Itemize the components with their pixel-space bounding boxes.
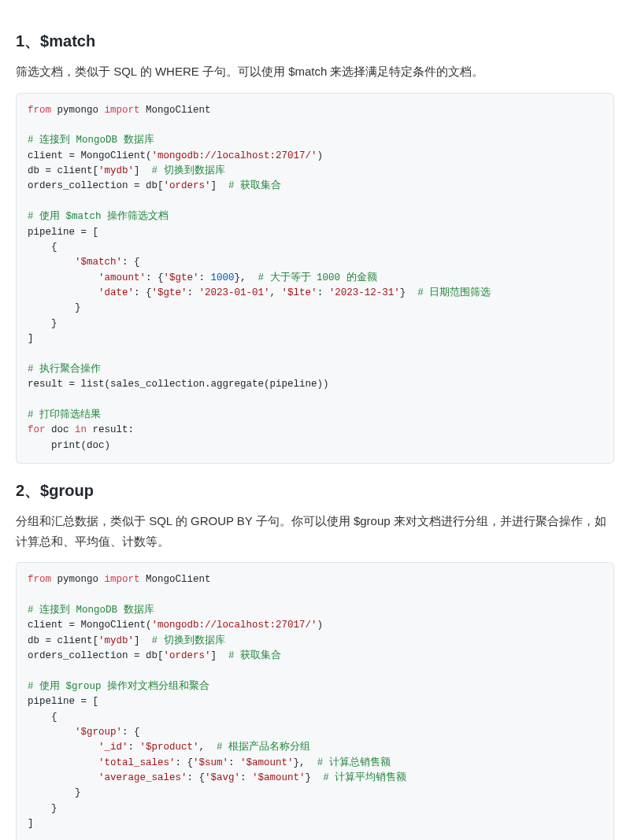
code-token: db = client[ [28, 635, 98, 646]
code-token: # 连接到 MongoDB 数据库 [28, 135, 154, 146]
code-token [28, 742, 98, 753]
code-token: print(doc) [28, 440, 110, 451]
code-token: '$avg' [205, 772, 240, 783]
code-token: : { [176, 757, 194, 768]
code-token: # 大于等于 1000 的金额 [258, 272, 377, 283]
code-token: 'mydb' [98, 165, 134, 176]
code-token: 'total_sales' [98, 757, 176, 768]
code-token: 'mongodb://localhost:27017/' [152, 150, 317, 161]
code-token: client = MongoClient( [28, 620, 152, 631]
code-token: '$group' [75, 727, 122, 738]
code-token: } [306, 772, 324, 783]
code-token: : { [134, 287, 152, 298]
code-token [28, 257, 75, 268]
code-token: 'orders' [164, 650, 211, 661]
code-token: } [28, 803, 57, 814]
code-token: ) [317, 150, 324, 161]
code-token: } [400, 287, 418, 298]
code-token: '$product' [140, 742, 199, 753]
code-token: , [270, 287, 282, 298]
code-token: db = client[ [28, 165, 98, 176]
code-token: : { [122, 727, 140, 738]
code-token: 1000 [211, 272, 235, 283]
code-token: '$gte' [164, 272, 199, 283]
code-token: doc [46, 424, 76, 435]
section-paragraph-1: 筛选文档，类似于 SQL 的 WHERE 子句。可以使用 $match 来选择满… [16, 61, 614, 82]
code-token: : { [146, 272, 164, 283]
code-token: ] [28, 818, 34, 829]
code-token: : [240, 772, 252, 783]
section-heading-2: 2、$group [16, 478, 614, 503]
code-token: from [28, 574, 51, 585]
code-token: '$amount' [240, 757, 294, 768]
code-token: 'amount' [98, 272, 146, 283]
code-token: } [28, 787, 81, 798]
code-token: orders_collection = db[ [28, 180, 164, 191]
code-token: in [75, 424, 87, 435]
code-token: 'mydb' [98, 635, 134, 646]
code-token: # 根据产品名称分组 [217, 742, 310, 753]
code-token: # 使用 $group 操作对文档分组和聚合 [28, 681, 209, 692]
code-token: '$lte' [282, 287, 317, 298]
code-token: # 获取集合 [228, 650, 281, 661]
code-token: '$sum' [193, 757, 228, 768]
code-token [28, 272, 98, 283]
code-token: : [128, 742, 140, 753]
code-token: # 计算平均销售额 [323, 772, 406, 783]
code-token: # 执行聚合操作 [28, 364, 101, 375]
code-token: : { [187, 772, 206, 783]
code-token: orders_collection = db[ [28, 650, 164, 661]
code-token: client = MongoClient( [28, 150, 152, 161]
code-token: : [199, 272, 211, 283]
code-token: # 切换到数据库 [152, 635, 225, 646]
code-token: ] [134, 635, 152, 646]
code-token: import [105, 105, 140, 116]
code-token: : { [122, 257, 140, 268]
code-token: # 获取集合 [228, 180, 281, 191]
code-token: 'mongodb://localhost:27017/' [152, 620, 317, 631]
code-token: }, [294, 757, 317, 768]
code-token: ] [134, 165, 152, 176]
code-token: import [105, 574, 140, 585]
code-token: result = list(sales_collection.aggregate… [28, 379, 329, 390]
section-paragraph-2: 分组和汇总数据，类似于 SQL 的 GROUP BY 子句。你可以使用 $gro… [16, 511, 614, 551]
code-token [28, 727, 75, 738]
code-token: for [28, 424, 46, 435]
code-block-2: from pymongo import MongoClient # 连接到 Mo… [16, 562, 614, 840]
code-token [28, 287, 98, 298]
code-token: # 计算总销售额 [317, 757, 391, 768]
code-token: # 切换到数据库 [152, 165, 225, 176]
code-token [28, 757, 98, 768]
code-token: 'average_sales' [98, 772, 187, 783]
code-token: pipeline = [ [28, 696, 98, 707]
code-token: pymongo [51, 105, 105, 116]
code-token: ] [28, 333, 34, 344]
code-token: MongoClient [140, 105, 211, 116]
code-token: '$match' [75, 257, 122, 268]
code-block-1: from pymongo import MongoClient # 连接到 Mo… [16, 93, 614, 464]
section-heading-1: 1、$match [16, 28, 614, 54]
code-token [28, 772, 98, 783]
code-token: ] [211, 180, 229, 191]
code-token: # 连接到 MongoDB 数据库 [28, 605, 154, 616]
code-token: # 使用 $match 操作筛选文档 [28, 211, 169, 222]
code-token: '$gte' [152, 287, 187, 298]
code-token: '$amount' [252, 772, 306, 783]
code-token: 'orders' [164, 180, 211, 191]
code-token: ] [211, 650, 229, 661]
code-token: : [228, 757, 240, 768]
code-token: result: [87, 424, 134, 435]
code-token: : [187, 287, 199, 298]
code-token: { [28, 242, 57, 253]
code-token: MongoClient [140, 574, 211, 585]
code-token: } [28, 302, 81, 313]
code-token: ) [317, 620, 324, 631]
code-token: pymongo [51, 574, 105, 585]
code-token: # 日期范围筛选 [417, 287, 491, 298]
code-token: , [199, 742, 217, 753]
code-token: '2023-12-31' [329, 287, 400, 298]
code-token: } [28, 318, 57, 329]
code-token: '2023-01-01' [199, 287, 270, 298]
code-token: # 打印筛选结果 [28, 409, 101, 420]
code-token: 'date' [98, 287, 134, 298]
